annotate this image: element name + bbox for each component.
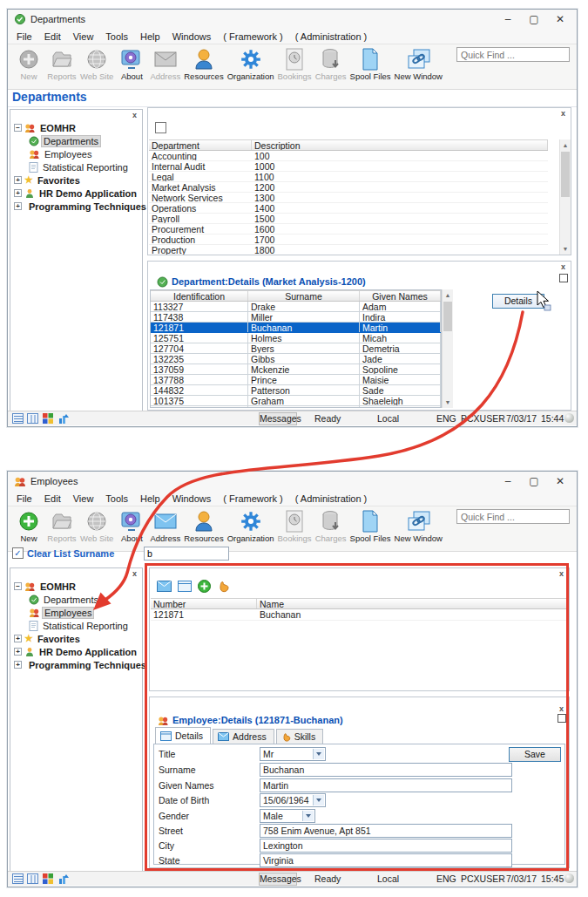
scrollbar-thumb[interactable] bbox=[443, 302, 452, 331]
menu-help[interactable]: Help bbox=[134, 31, 166, 42]
list-checkbox[interactable] bbox=[155, 122, 166, 133]
add-icon[interactable] bbox=[198, 580, 211, 593]
tree-item-eomhr[interactable]: −EOMHR bbox=[10, 121, 142, 134]
menu-framework[interactable]: ( Framework ) bbox=[217, 31, 288, 42]
expand-icon[interactable]: + bbox=[14, 635, 22, 642]
collapse-icon[interactable]: − bbox=[14, 582, 22, 590]
expand-icon[interactable]: + bbox=[14, 202, 22, 210]
tree-item-eomhr[interactable]: −EOMHR bbox=[10, 580, 142, 593]
toolbar-website-button[interactable]: Web Site bbox=[78, 509, 115, 543]
table-row[interactable]: 137788PrinceMaisie bbox=[151, 375, 441, 385]
expand-icon[interactable]: + bbox=[14, 648, 22, 656]
save-button[interactable]: Save bbox=[509, 747, 561, 762]
surname-filter-input[interactable] bbox=[144, 547, 229, 561]
toolbar-bookings-button[interactable]: Bookings bbox=[276, 47, 314, 81]
vertical-scrollbar[interactable]: ▲ ▼ bbox=[559, 139, 571, 255]
menu-tools[interactable]: Tools bbox=[99, 31, 134, 42]
table-row[interactable]: 144832PattersonSade bbox=[151, 385, 441, 396]
messages-button[interactable]: Messages bbox=[259, 873, 297, 886]
menu-edit[interactable]: Edit bbox=[38, 31, 67, 42]
toolbar-spoolfiles-button[interactable]: Spool Files bbox=[348, 509, 393, 543]
column-header-identification[interactable]: Identification bbox=[151, 291, 248, 301]
toolbar-website-button[interactable]: Web Site bbox=[78, 47, 115, 81]
table-row[interactable]: Legal1100 bbox=[149, 172, 548, 182]
toolbar-newwindow-button[interactable]: New Window bbox=[393, 509, 444, 543]
table-row[interactable]: Payroll1500 bbox=[149, 214, 548, 224]
tree-item-favorites[interactable]: +★Favorites bbox=[10, 632, 142, 645]
layout-list-icon[interactable] bbox=[12, 413, 24, 424]
menu-file[interactable]: File bbox=[10, 493, 38, 504]
window-icon[interactable] bbox=[178, 581, 192, 592]
toolbar-new-button[interactable]: New bbox=[12, 509, 45, 543]
table-row[interactable]: Internal Audit1000 bbox=[149, 161, 548, 172]
menu-file[interactable]: File bbox=[10, 31, 38, 42]
tree-item-departments[interactable]: Departments bbox=[10, 134, 142, 147]
tab-address[interactable]: Address bbox=[213, 729, 274, 744]
sort-chart-icon[interactable] bbox=[58, 873, 70, 884]
expand-icon[interactable]: + bbox=[14, 661, 22, 669]
close-button[interactable]: ✕ bbox=[547, 472, 573, 490]
tree-item-hr-demo-application[interactable]: +HR Demo Application bbox=[10, 645, 142, 658]
state-field[interactable]: Virginia bbox=[260, 853, 512, 867]
tab-details[interactable]: Details bbox=[155, 727, 211, 744]
minimize-button[interactable]: – bbox=[495, 10, 521, 28]
menu-help[interactable]: Help bbox=[134, 493, 166, 504]
menu-view[interactable]: View bbox=[67, 493, 100, 504]
menu-administration[interactable]: ( Administration ) bbox=[289, 493, 374, 504]
column-header-number[interactable]: Number bbox=[151, 599, 257, 608]
panel-close-icon[interactable]: x bbox=[557, 704, 566, 714]
table-row[interactable]: 113521HollandJan bbox=[151, 406, 441, 408]
toolbar-organization-button[interactable]: Organization bbox=[226, 47, 276, 81]
toolbar-resources-button[interactable]: Resources bbox=[182, 47, 225, 81]
column-header-given-names[interactable]: Given Names bbox=[360, 291, 441, 301]
toolbar-bookings-button[interactable]: Bookings bbox=[276, 509, 314, 543]
title-bar[interactable]: Departments – ▢ ✕ bbox=[8, 10, 577, 29]
chevron-down-icon[interactable] bbox=[313, 795, 324, 805]
details-button[interactable]: Details bbox=[492, 294, 544, 309]
date-of-birth-select[interactable]: 15/06/1964 bbox=[260, 793, 326, 807]
menu-windows[interactable]: Windows bbox=[166, 493, 218, 504]
table-row[interactable]: Production1700 bbox=[149, 234, 548, 245]
maximize-button[interactable]: ▢ bbox=[521, 472, 547, 490]
toolbar-address-button[interactable]: Address bbox=[148, 47, 182, 81]
layout-list-icon[interactable] bbox=[12, 873, 24, 884]
toolbar-reports-button[interactable]: Reports bbox=[45, 509, 78, 543]
toolbar-organization-button[interactable]: Organization bbox=[226, 509, 276, 543]
tree-item-statistical-reporting[interactable]: Statistical Reporting bbox=[10, 160, 142, 173]
toolbar-resources-button[interactable]: Resources bbox=[182, 509, 225, 543]
layout-columns-icon[interactable] bbox=[27, 413, 38, 424]
city-field[interactable]: Lexington bbox=[260, 839, 512, 853]
menu-tools[interactable]: Tools bbox=[99, 493, 134, 504]
toolbar-charges-button[interactable]: Charges bbox=[314, 47, 348, 81]
toolbar-newwindow-button[interactable]: New Window bbox=[393, 47, 444, 81]
column-header-name[interactable]: Name bbox=[257, 599, 568, 608]
panel-close-icon[interactable]: x bbox=[558, 262, 568, 272]
tree-item-programming-techniques[interactable]: +Programming Techniques bbox=[10, 658, 142, 671]
collapse-icon[interactable]: − bbox=[14, 124, 22, 132]
scroll-down-icon[interactable]: ▼ bbox=[560, 243, 571, 255]
vertical-scrollbar[interactable]: ▲ ▼ bbox=[442, 289, 453, 408]
table-row-selected[interactable]: 121871BuchananMartin bbox=[151, 323, 441, 333]
email-icon[interactable] bbox=[157, 581, 172, 592]
panel-close-icon[interactable]: x bbox=[557, 569, 566, 579]
tree-item-employees[interactable]: Employees bbox=[10, 147, 142, 160]
surname-field[interactable]: Buchanan bbox=[260, 763, 512, 777]
table-row[interactable]: Property1800 bbox=[149, 245, 548, 255]
scroll-up-icon[interactable]: ▲ bbox=[443, 289, 453, 301]
table-row[interactable]: 127704ByersDemetria bbox=[151, 343, 441, 354]
street-field[interactable]: 758 Enim Avenue, Apt 851 bbox=[260, 824, 512, 838]
color-grid-icon[interactable] bbox=[43, 873, 54, 884]
panel-maximize-icon[interactable] bbox=[559, 274, 568, 282]
table-row[interactable]: 137059MckenzieSopoline bbox=[151, 364, 441, 375]
panel-close-icon[interactable]: x bbox=[130, 111, 139, 120]
gender-select[interactable]: Male bbox=[260, 809, 315, 823]
menu-view[interactable]: View bbox=[67, 31, 100, 42]
table-row[interactable]: 113327DrakeAdam bbox=[151, 302, 441, 312]
close-button[interactable]: ✕ bbox=[547, 10, 573, 28]
toolbar-new-button[interactable]: New bbox=[12, 47, 45, 81]
tab-skills[interactable]: Skills bbox=[276, 729, 324, 744]
given-names-field[interactable]: Martin bbox=[260, 778, 512, 792]
toolbar-spoolfiles-button[interactable]: Spool Files bbox=[348, 47, 393, 81]
table-row[interactable]: Network Services1300 bbox=[149, 193, 548, 203]
menu-windows[interactable]: Windows bbox=[166, 31, 218, 42]
